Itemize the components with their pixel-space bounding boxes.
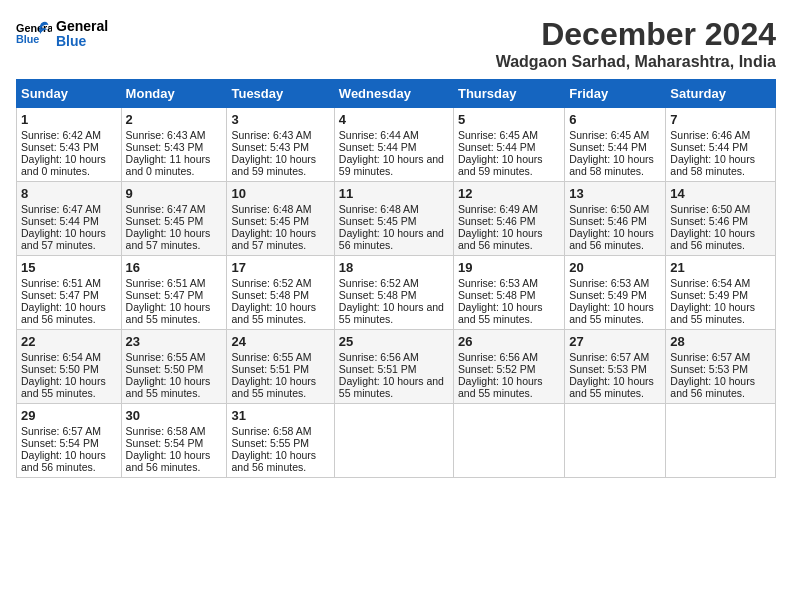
- day-number: 14: [670, 186, 771, 201]
- day-number: 30: [126, 408, 223, 423]
- day-cell: 2Sunrise: 6:43 AMSunset: 5:43 PMDaylight…: [121, 108, 227, 182]
- daylight-text: Daylight: 10 hours and 56 minutes.: [21, 301, 106, 325]
- day-number: 23: [126, 334, 223, 349]
- day-number: 27: [569, 334, 661, 349]
- sunrise-text: Sunrise: 6:50 AM: [569, 203, 649, 215]
- day-cell: 10Sunrise: 6:48 AMSunset: 5:45 PMDayligh…: [227, 182, 334, 256]
- sunset-text: Sunset: 5:53 PM: [569, 363, 647, 375]
- day-number: 3: [231, 112, 329, 127]
- sunset-text: Sunset: 5:51 PM: [231, 363, 309, 375]
- daylight-text: Daylight: 10 hours and 57 minutes.: [126, 227, 211, 251]
- day-cell: 30Sunrise: 6:58 AMSunset: 5:54 PMDayligh…: [121, 404, 227, 478]
- day-cell: 14Sunrise: 6:50 AMSunset: 5:46 PMDayligh…: [666, 182, 776, 256]
- sunset-text: Sunset: 5:45 PM: [339, 215, 417, 227]
- day-cell: 24Sunrise: 6:55 AMSunset: 5:51 PMDayligh…: [227, 330, 334, 404]
- day-cell: 13Sunrise: 6:50 AMSunset: 5:46 PMDayligh…: [565, 182, 666, 256]
- sunrise-text: Sunrise: 6:51 AM: [21, 277, 101, 289]
- logo-general: General: [56, 19, 108, 34]
- calendar-table: SundayMondayTuesdayWednesdayThursdayFrid…: [16, 79, 776, 478]
- sunrise-text: Sunrise: 6:57 AM: [569, 351, 649, 363]
- sunset-text: Sunset: 5:44 PM: [569, 141, 647, 153]
- week-row-5: 29Sunrise: 6:57 AMSunset: 5:54 PMDayligh…: [17, 404, 776, 478]
- sunrise-text: Sunrise: 6:54 AM: [21, 351, 101, 363]
- day-number: 6: [569, 112, 661, 127]
- col-header-wednesday: Wednesday: [334, 80, 453, 108]
- day-cell: 26Sunrise: 6:56 AMSunset: 5:52 PMDayligh…: [453, 330, 564, 404]
- sunset-text: Sunset: 5:45 PM: [231, 215, 309, 227]
- title-area: December 2024 Wadgaon Sarhad, Maharashtr…: [496, 16, 776, 71]
- day-number: 11: [339, 186, 449, 201]
- sunrise-text: Sunrise: 6:43 AM: [126, 129, 206, 141]
- daylight-text: Daylight: 10 hours and 58 minutes.: [670, 153, 755, 177]
- daylight-text: Daylight: 10 hours and 55 minutes.: [231, 301, 316, 325]
- sunset-text: Sunset: 5:47 PM: [21, 289, 99, 301]
- header-row: SundayMondayTuesdayWednesdayThursdayFrid…: [17, 80, 776, 108]
- day-number: 5: [458, 112, 560, 127]
- daylight-text: Daylight: 10 hours and 59 minutes.: [339, 153, 444, 177]
- sunrise-text: Sunrise: 6:55 AM: [231, 351, 311, 363]
- daylight-text: Daylight: 10 hours and 57 minutes.: [21, 227, 106, 251]
- daylight-text: Daylight: 10 hours and 56 minutes.: [231, 449, 316, 473]
- sunset-text: Sunset: 5:54 PM: [21, 437, 99, 449]
- sunset-text: Sunset: 5:47 PM: [126, 289, 204, 301]
- daylight-text: Daylight: 10 hours and 56 minutes.: [670, 375, 755, 399]
- daylight-text: Daylight: 10 hours and 55 minutes.: [231, 375, 316, 399]
- daylight-text: Daylight: 10 hours and 55 minutes.: [126, 301, 211, 325]
- sunset-text: Sunset: 5:46 PM: [569, 215, 647, 227]
- day-cell: 9Sunrise: 6:47 AMSunset: 5:45 PMDaylight…: [121, 182, 227, 256]
- day-number: 18: [339, 260, 449, 275]
- day-number: 17: [231, 260, 329, 275]
- col-header-tuesday: Tuesday: [227, 80, 334, 108]
- daylight-text: Daylight: 10 hours and 55 minutes.: [339, 375, 444, 399]
- col-header-monday: Monday: [121, 80, 227, 108]
- daylight-text: Daylight: 10 hours and 55 minutes.: [339, 301, 444, 325]
- day-cell: 12Sunrise: 6:49 AMSunset: 5:46 PMDayligh…: [453, 182, 564, 256]
- day-cell: 29Sunrise: 6:57 AMSunset: 5:54 PMDayligh…: [17, 404, 122, 478]
- daylight-text: Daylight: 10 hours and 0 minutes.: [21, 153, 106, 177]
- daylight-text: Daylight: 10 hours and 59 minutes.: [458, 153, 543, 177]
- sunset-text: Sunset: 5:44 PM: [670, 141, 748, 153]
- daylight-text: Daylight: 10 hours and 55 minutes.: [126, 375, 211, 399]
- sunset-text: Sunset: 5:43 PM: [126, 141, 204, 153]
- week-row-3: 15Sunrise: 6:51 AMSunset: 5:47 PMDayligh…: [17, 256, 776, 330]
- day-number: 8: [21, 186, 117, 201]
- daylight-text: Daylight: 10 hours and 57 minutes.: [231, 227, 316, 251]
- sunset-text: Sunset: 5:45 PM: [126, 215, 204, 227]
- daylight-text: Daylight: 10 hours and 55 minutes.: [569, 375, 654, 399]
- day-cell: 6Sunrise: 6:45 AMSunset: 5:44 PMDaylight…: [565, 108, 666, 182]
- day-number: 19: [458, 260, 560, 275]
- sunrise-text: Sunrise: 6:54 AM: [670, 277, 750, 289]
- sunrise-text: Sunrise: 6:50 AM: [670, 203, 750, 215]
- sunrise-text: Sunrise: 6:48 AM: [231, 203, 311, 215]
- daylight-text: Daylight: 10 hours and 55 minutes.: [458, 375, 543, 399]
- sunset-text: Sunset: 5:54 PM: [126, 437, 204, 449]
- sunrise-text: Sunrise: 6:49 AM: [458, 203, 538, 215]
- day-number: 1: [21, 112, 117, 127]
- day-cell: 28Sunrise: 6:57 AMSunset: 5:53 PMDayligh…: [666, 330, 776, 404]
- day-cell: 7Sunrise: 6:46 AMSunset: 5:44 PMDaylight…: [666, 108, 776, 182]
- daylight-text: Daylight: 10 hours and 56 minutes.: [21, 449, 106, 473]
- day-cell: 19Sunrise: 6:53 AMSunset: 5:48 PMDayligh…: [453, 256, 564, 330]
- daylight-text: Daylight: 11 hours and 0 minutes.: [126, 153, 211, 177]
- day-cell: 23Sunrise: 6:55 AMSunset: 5:50 PMDayligh…: [121, 330, 227, 404]
- day-cell: 25Sunrise: 6:56 AMSunset: 5:51 PMDayligh…: [334, 330, 453, 404]
- daylight-text: Daylight: 10 hours and 56 minutes.: [339, 227, 444, 251]
- day-number: 7: [670, 112, 771, 127]
- sunset-text: Sunset: 5:44 PM: [21, 215, 99, 227]
- day-number: 13: [569, 186, 661, 201]
- day-cell: 1Sunrise: 6:42 AMSunset: 5:43 PMDaylight…: [17, 108, 122, 182]
- week-row-1: 1Sunrise: 6:42 AMSunset: 5:43 PMDaylight…: [17, 108, 776, 182]
- sunset-text: Sunset: 5:48 PM: [339, 289, 417, 301]
- day-cell: 16Sunrise: 6:51 AMSunset: 5:47 PMDayligh…: [121, 256, 227, 330]
- sunrise-text: Sunrise: 6:58 AM: [231, 425, 311, 437]
- sunset-text: Sunset: 5:46 PM: [670, 215, 748, 227]
- sunset-text: Sunset: 5:48 PM: [458, 289, 536, 301]
- sunset-text: Sunset: 5:50 PM: [126, 363, 204, 375]
- sunrise-text: Sunrise: 6:47 AM: [126, 203, 206, 215]
- day-number: 4: [339, 112, 449, 127]
- day-cell: 8Sunrise: 6:47 AMSunset: 5:44 PMDaylight…: [17, 182, 122, 256]
- daylight-text: Daylight: 10 hours and 59 minutes.: [231, 153, 316, 177]
- day-cell: 3Sunrise: 6:43 AMSunset: 5:43 PMDaylight…: [227, 108, 334, 182]
- day-number: 29: [21, 408, 117, 423]
- sunrise-text: Sunrise: 6:51 AM: [126, 277, 206, 289]
